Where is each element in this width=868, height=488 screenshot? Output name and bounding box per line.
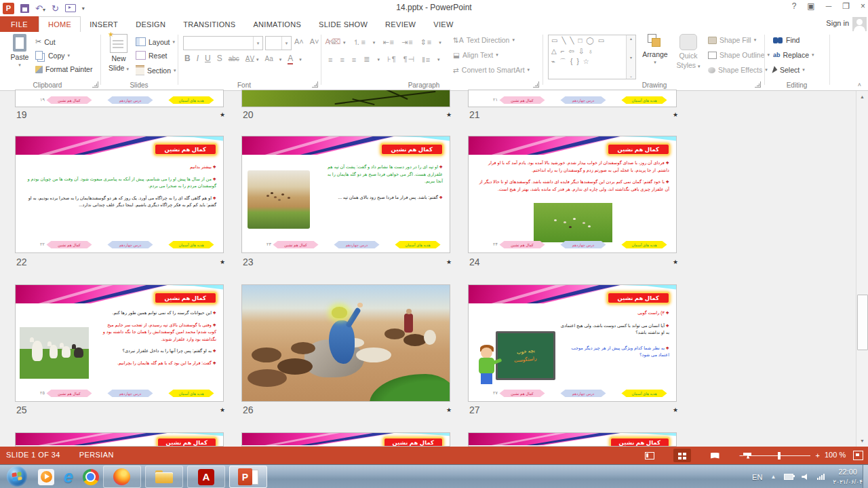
section-button[interactable]: Section▾ <box>136 65 176 75</box>
font-size-combobox[interactable]: ▾ <box>265 36 292 50</box>
firefox-taskbar-button[interactable] <box>103 466 141 488</box>
zoom-level[interactable]: 100 % <box>825 451 846 459</box>
slide-thumbnail-25[interactable]: کمال هم نشین این حیوانات گرسنه را که نمی… <box>15 284 224 402</box>
slide-thumbnail-24[interactable]: کمال هم نشین فردای آن روز، با صدای گوسفن… <box>468 136 677 253</box>
select-button[interactable]: Select▾ <box>773 66 805 74</box>
shapes-scroll[interactable]: ▴▾⌄ <box>626 35 635 79</box>
internet-explorer-icon[interactable]: e <box>64 468 73 485</box>
restore-icon[interactable]: ❐ <box>842 1 850 11</box>
align-text-button[interactable]: ⬓Align Text▾ <box>453 51 498 59</box>
powerpoint-taskbar-button[interactable]: P <box>229 466 267 488</box>
paragraph-dialog-launcher[interactable] <box>533 81 539 88</box>
font-color-button[interactable]: A <box>288 54 293 64</box>
tray-expand-icon[interactable]: ▲ <box>770 474 776 480</box>
font-dialog-launcher[interactable] <box>312 81 318 88</box>
tab-slide-show[interactable]: SLIDE SHOW <box>310 16 376 32</box>
shrink-font-icon[interactable]: A˅ <box>310 37 319 45</box>
text-shadow-button[interactable]: S <box>217 54 222 63</box>
tab-view[interactable]: VIEW <box>425 16 462 32</box>
columns-button[interactable]: ‖≡ <box>422 56 431 64</box>
file-explorer-taskbar-button[interactable] <box>145 466 183 488</box>
keyboard-language[interactable]: EN <box>752 473 762 481</box>
network-signal-icon[interactable] <box>817 474 825 480</box>
scrollbar-thumb[interactable] <box>857 295 868 350</box>
minimize-icon[interactable]: ─ <box>826 1 832 11</box>
tab-file[interactable]: FILE <box>0 16 39 32</box>
fit-to-window-icon[interactable] <box>853 451 863 460</box>
reading-view-button[interactable] <box>706 449 724 462</box>
shape-effects-button[interactable]: Shape Effects▾ <box>708 66 768 74</box>
acrobat-taskbar-button[interactable]: A <box>187 466 225 488</box>
scroll-down-icon[interactable]: ▼ <box>856 435 868 447</box>
start-button[interactable] <box>7 466 27 487</box>
close-icon[interactable]: × <box>861 1 865 11</box>
layout-button[interactable]: Layout▾ <box>136 37 175 46</box>
decrease-indent-button[interactable]: ⇤≡ <box>382 38 395 47</box>
grow-font-icon[interactable]: A˄ <box>294 37 304 45</box>
battery-icon[interactable] <box>784 474 793 480</box>
align-right-button[interactable]: ≡ <box>352 56 357 64</box>
slide-thumbnail-26[interactable] <box>241 284 450 402</box>
ribbon-display-options-icon[interactable]: ▣ <box>807 1 814 11</box>
align-left-button[interactable]: ≡ <box>328 56 333 64</box>
slide-thumbnail-22[interactable]: کمال هم نشین بیشتر بدانیم من از سال ها پ… <box>15 136 224 253</box>
chrome-icon[interactable] <box>83 469 99 485</box>
format-painter-button[interactable]: Format Painter <box>35 65 92 73</box>
collapse-ribbon-icon[interactable]: ˄ <box>858 81 861 88</box>
reset-button[interactable]: Reset <box>136 51 167 60</box>
slide-thumbnail-19[interactable]: ۱۹ کمال هم نشین درس چهاردهم هدیه های آسم… <box>15 90 224 107</box>
vertical-scrollbar[interactable]: ▲ ▼ <box>856 91 868 447</box>
clock[interactable]: 22:00 ۲۰۲۱/۰۶/۰۴ <box>833 468 863 487</box>
slide-thumbnail-23[interactable]: کمال هم نشین او تپه ای را در دور دست ها … <box>241 136 450 253</box>
drawing-dialog-launcher[interactable] <box>755 81 761 88</box>
slide-thumbnail-21[interactable]: ۲۱ کمال هم نشین درس چهاردهم هدیه های آسم… <box>468 90 677 107</box>
slide-thumbnail-20[interactable] <box>241 90 450 107</box>
font-name-combobox[interactable]: ▾ <box>183 36 263 50</box>
scroll-up-icon[interactable]: ▲ <box>856 91 868 102</box>
clipboard-dialog-launcher[interactable] <box>92 81 98 88</box>
zoom-slider[interactable] <box>748 455 810 456</box>
tab-insert[interactable]: INSERT <box>81 16 127 32</box>
zoom-out-icon[interactable]: − <box>739 451 743 459</box>
character-spacing-button[interactable]: A̲V̲ ▾ <box>245 55 259 62</box>
text-direction-button[interactable]: ⇅AText Direction▾ <box>453 36 515 44</box>
convert-to-smartart-button[interactable]: ⇄Convert to SmartArt▾ <box>453 66 530 74</box>
tab-design[interactable]: DESIGN <box>127 16 174 32</box>
help-icon[interactable]: ? <box>792 1 797 11</box>
quick-styles-button[interactable]: Quick Styles ▾ <box>673 34 704 79</box>
slide-thumbnail-30[interactable]: کمال هم نشین <box>468 432 677 447</box>
tab-animations[interactable]: ANIMATIONS <box>244 16 310 32</box>
media-player-icon[interactable] <box>38 469 54 485</box>
cut-button[interactable]: ✂Cut <box>35 37 56 46</box>
show-desktop-button[interactable] <box>863 465 868 488</box>
new-slide-button[interactable]: New Slide ▾ <box>103 34 134 79</box>
copy-button[interactable]: Copy▾ <box>35 51 70 60</box>
language-indicator[interactable]: PERSIAN <box>79 451 114 459</box>
normal-view-button[interactable] <box>641 449 658 462</box>
sign-in-link[interactable]: Sign in <box>826 19 849 27</box>
replace-button[interactable]: abReplace▾ <box>773 51 814 59</box>
slide-thumbnail-28[interactable]: کمال هم نشین <box>15 432 224 447</box>
arrange-button[interactable]: Arrange▾ <box>639 34 671 79</box>
find-button[interactable]: Find <box>773 36 800 44</box>
align-center-button[interactable]: ≡ <box>340 56 344 64</box>
shape-outline-button[interactable]: Shape Outline▾ <box>708 51 770 59</box>
speaker-icon[interactable] <box>802 474 809 480</box>
increase-indent-button[interactable]: ⇥≡ <box>401 38 414 47</box>
slide-sorter-view-button[interactable] <box>673 449 691 462</box>
shapes-gallery[interactable]: ▭╲╲□◯▭ △⌐⇦⇩♁ ⌁⌒{}☆ ▴▾⌄ <box>548 35 636 79</box>
tab-transitions[interactable]: TRANSITIONS <box>174 16 244 32</box>
zoom-in-icon[interactable]: + <box>815 451 819 459</box>
tab-review[interactable]: REVIEW <box>376 16 425 32</box>
strikethrough-button[interactable]: abc <box>229 55 239 62</box>
numbering-button[interactable]: ⒈≡ <box>353 37 366 48</box>
underline-button[interactable]: U <box>205 54 211 63</box>
bullets-button[interactable]: ⁝≡ <box>328 38 336 47</box>
change-case-button[interactable]: Aa <box>264 55 273 62</box>
slide-thumbnail-27[interactable]: کمال هم نشین ۳) راست گویی آیا انسان می ت… <box>468 284 677 402</box>
zoom-slider-thumb[interactable] <box>778 452 781 459</box>
justify-button[interactable]: ≣ <box>363 55 370 64</box>
rtl-direction-button[interactable]: ¶⊣ <box>403 55 416 64</box>
user-avatar[interactable] <box>852 17 867 31</box>
line-spacing-button[interactable]: ⇕≡ <box>420 38 433 47</box>
